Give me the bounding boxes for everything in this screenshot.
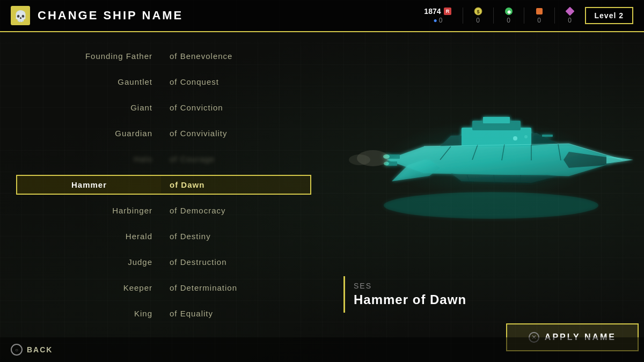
name-row[interactable]: Giantof Conviction	[16, 94, 317, 120]
first-name-cell[interactable]: Halo	[16, 150, 161, 168]
last-name-cell[interactable]: of Determination	[161, 279, 311, 297]
ship-container	[343, 43, 639, 276]
level-badge: Level 2	[585, 7, 633, 24]
svg-text:R: R	[445, 9, 449, 14]
name-panel: Founding Fatherof BenevolenceGauntletof …	[0, 32, 327, 362]
header-left: 💀 CHANGE SHIP NAME	[11, 6, 183, 25]
orange-currency: 0	[535, 7, 544, 24]
last-name-cell[interactable]: of Equality	[161, 305, 311, 322]
svg-point-29	[524, 135, 528, 138]
first-name-cell[interactable]: King	[16, 305, 161, 322]
first-name-cell[interactable]: Giant	[16, 99, 161, 116]
credits-icon: R	[443, 7, 452, 16]
header-bar: 💀 CHANGE SHIP NAME 1874 R ● 0	[0, 0, 644, 32]
first-name-cell[interactable]: Hammer	[16, 175, 161, 195]
name-row[interactable]: Guardianof Conviviality	[16, 120, 317, 146]
last-name-cell[interactable]: of Democracy	[161, 202, 311, 219]
page-title: CHANGE SHIP NAME	[38, 9, 183, 23]
pink-value: 0	[568, 17, 572, 24]
last-name-cell[interactable]: of Conquest	[161, 73, 311, 91]
back-label: BACK	[27, 345, 53, 354]
ship-prefix: SES	[354, 282, 639, 290]
currency-group: 1874 R ● 0 $ 0	[424, 7, 574, 24]
svg-rect-13	[462, 128, 531, 146]
svg-point-28	[513, 136, 517, 141]
svg-point-10	[384, 192, 598, 219]
name-row[interactable]: Harbingerof Democracy	[16, 197, 317, 223]
last-name-cell[interactable]: of Benevolence	[161, 47, 311, 65]
name-row[interactable]: Kingof Equality	[16, 300, 317, 326]
name-list: Founding Fatherof BenevolenceGauntletof …	[16, 43, 317, 326]
pink-icon	[566, 7, 574, 16]
svg-marker-23	[606, 156, 633, 164]
first-name-cell[interactable]: Guardian	[16, 124, 161, 142]
svg-text:◆: ◆	[506, 9, 511, 14]
svg-text:💀: 💀	[14, 10, 27, 23]
last-name-cell[interactable]: of Destiny	[161, 227, 311, 245]
name-row[interactable]: Hammerof Dawn	[16, 172, 317, 197]
last-name-cell[interactable]: of Destruction	[161, 253, 311, 271]
last-name-cell[interactable]: of Courage	[161, 150, 311, 168]
svg-point-36	[349, 154, 370, 165]
pink-currency: 0	[566, 7, 574, 24]
first-name-cell[interactable]: Harbinger	[16, 202, 161, 219]
r-sub-value: 0	[439, 17, 443, 24]
name-row[interactable]: Keeperof Determination	[16, 275, 317, 300]
svg-rect-8	[536, 8, 543, 14]
header-right: 1874 R ● 0 $ 0	[424, 7, 633, 24]
credits-value: 1874	[424, 7, 441, 16]
green-value: 0	[507, 17, 510, 24]
ship-name-display: SES Hammer of Dawn	[343, 276, 639, 313]
last-name-cell[interactable]: of Dawn	[161, 175, 311, 195]
last-name-cell[interactable]: of Conviction	[161, 99, 311, 116]
footer: ○ BACK	[0, 337, 644, 362]
gold-icon: $	[474, 7, 482, 16]
name-row[interactable]: Founding Fatherof Benevolence	[16, 43, 317, 69]
green-icon: ◆	[504, 7, 513, 16]
gold-value: 0	[476, 17, 480, 24]
orange-icon	[535, 7, 544, 16]
svg-rect-15	[483, 117, 510, 123]
first-name-cell[interactable]: Keeper	[16, 279, 161, 297]
name-row[interactable]: Judgeof Destruction	[16, 249, 317, 275]
main-content: Founding Fatherof BenevolenceGauntletof …	[0, 32, 644, 362]
last-name-cell[interactable]: of Conviviality	[161, 124, 311, 142]
back-circle-icon: ○	[11, 344, 23, 356]
svg-text:$: $	[477, 9, 479, 14]
ship-full-name: Hammer of Dawn	[354, 292, 639, 307]
ship-image	[343, 98, 639, 221]
name-row[interactable]: Gauntletof Conquest	[16, 69, 317, 94]
credits-display: 1874 R ● 0	[424, 7, 451, 24]
gold-currency: $ 0	[474, 7, 482, 24]
svg-rect-30	[542, 135, 553, 137]
name-row[interactable]: Heraldof Destiny	[16, 223, 317, 249]
first-name-cell[interactable]: Herald	[16, 227, 161, 245]
ship-panel: SES Hammer of Dawn ✕ APPLY NAME	[327, 32, 644, 362]
first-name-cell[interactable]: Judge	[16, 253, 161, 271]
orange-value: 0	[537, 17, 541, 24]
svg-rect-9	[566, 7, 574, 16]
green-currency: ◆ 0	[504, 7, 513, 24]
back-button[interactable]: ○ BACK	[11, 344, 53, 356]
skull-icon: 💀	[11, 6, 30, 25]
first-name-cell[interactable]: Gauntlet	[16, 73, 161, 91]
name-row[interactable]: Haloof Courage	[16, 146, 317, 172]
first-name-cell[interactable]: Founding Father	[16, 47, 161, 65]
